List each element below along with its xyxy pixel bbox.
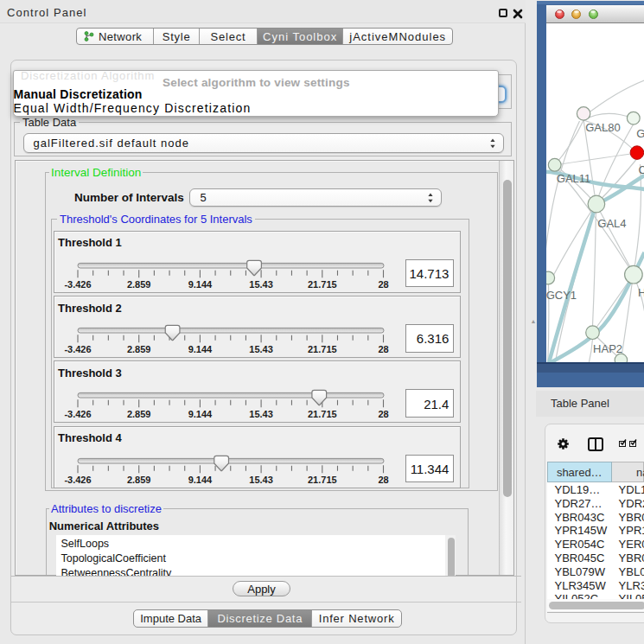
- svg-text:21.715: 21.715: [308, 409, 337, 419]
- svg-text:C: C: [638, 163, 644, 176]
- svg-text:15.43: 15.43: [249, 475, 273, 485]
- svg-text:15.43: 15.43: [249, 279, 273, 290]
- svg-text:9.144: 9.144: [188, 475, 213, 485]
- svg-text:HAP2: HAP2: [593, 342, 622, 355]
- svg-text:28: 28: [378, 409, 388, 419]
- svg-text:21.715: 21.715: [308, 344, 337, 354]
- svg-text:15.43: 15.43: [249, 409, 273, 419]
- svg-text:-3.426: -3.426: [64, 279, 91, 290]
- svg-text:9.144: 9.144: [188, 409, 213, 419]
- svg-text:28: 28: [378, 344, 388, 354]
- svg-text:GAL11: GAL11: [556, 172, 590, 185]
- svg-text:9.144: 9.144: [188, 344, 213, 354]
- svg-text:9.144: 9.144: [188, 279, 213, 290]
- svg-text:H: H: [638, 286, 644, 299]
- svg-text:-3.426: -3.426: [64, 409, 91, 419]
- svg-text:GAL80: GAL80: [585, 121, 620, 134]
- svg-text:2.859: 2.859: [127, 279, 151, 290]
- svg-text:15.43: 15.43: [249, 344, 273, 354]
- svg-text:G: G: [636, 127, 644, 140]
- svg-text:2.859: 2.859: [127, 409, 151, 419]
- svg-text:GCY1: GCY1: [546, 289, 577, 302]
- svg-text:-3.426: -3.426: [64, 344, 91, 354]
- svg-text:28: 28: [378, 475, 388, 485]
- svg-text:2.859: 2.859: [127, 344, 151, 354]
- svg-text:28: 28: [378, 279, 388, 290]
- svg-text:-3.426: -3.426: [64, 475, 91, 485]
- svg-text:GAL4: GAL4: [597, 217, 626, 230]
- svg-text:21.715: 21.715: [308, 475, 337, 485]
- svg-text:2.859: 2.859: [127, 475, 151, 485]
- svg-text:21.715: 21.715: [308, 279, 337, 290]
